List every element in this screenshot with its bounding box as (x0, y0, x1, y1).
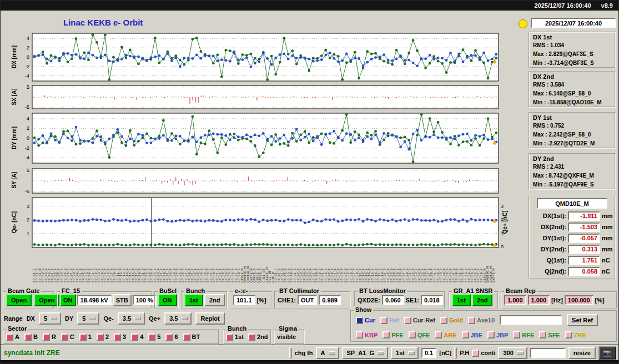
monitor-row-value: -0.057 (568, 234, 600, 243)
show-checkbox-pfe[interactable]: PFE (383, 331, 403, 338)
sector-select[interactable]: A (316, 347, 339, 359)
beam-rep-group: Beam Rep 1.000 1.000 [Hz] 100.000 [%] (501, 291, 617, 309)
sector-checkbox-r[interactable]: R (43, 333, 56, 341)
gr-a1-1st-button[interactable]: 1st (452, 294, 471, 306)
stat-max: Max : 2.829@QAF3E_S (533, 50, 615, 59)
monitor-row-unit: nC (602, 268, 612, 275)
sy-axis-label: SY [A] (11, 163, 17, 198)
bpm-name-axis: GUN_BSP_A1_CSP_A1_GSP_A1_MSP_A2_2SP_A3_4… (32, 250, 499, 283)
checkbox-label: BT (192, 333, 200, 340)
sector-checkbox-a[interactable]: A (6, 333, 19, 341)
fc15-group: FC_15 ON 18.498 kV STB 100 % (57, 291, 152, 309)
show-checkbox-rfe[interactable]: RFE (513, 331, 534, 338)
dy-orbit-plot: 420-2-4 (20, 113, 509, 164)
sector-checkbox-5[interactable]: 5 (148, 333, 160, 341)
set-ref-button[interactable]: Set Ref (567, 314, 598, 326)
checkbox-indicator (61, 333, 68, 341)
monitor-row-label: DX(1st): (543, 213, 566, 219)
monitor-row-unit: mm (602, 224, 612, 230)
checkbox-indicator (97, 333, 104, 341)
checkbox-label: SFE (548, 332, 560, 338)
show-checkbox-kbp[interactable]: KBP (356, 331, 378, 338)
ph-toggle[interactable]: P.H (460, 350, 469, 356)
show-checkbox-jbp[interactable]: JBP (487, 331, 508, 338)
camera-button[interactable]: 📷 (598, 346, 616, 360)
option-menu-icon (51, 317, 57, 320)
range-qep-select[interactable]: 3.5 (164, 312, 192, 325)
svg-text:1: 1 (27, 231, 29, 236)
bunch-1st-button[interactable]: 1st (184, 294, 203, 306)
show-checkbox-sfe[interactable]: SFE (539, 331, 560, 338)
threshold-value[interactable]: 0.1 (421, 348, 436, 358)
bunch-checkbox-2nd[interactable]: 2nd (248, 333, 268, 341)
group-label: Beam Rep (504, 287, 537, 294)
beam-gate-open-2-button[interactable]: Open (34, 294, 59, 306)
sector-checkbox-6[interactable]: 6 (165, 333, 178, 341)
fc15-on-button[interactable]: ON (60, 294, 76, 306)
show-checkbox-jbe[interactable]: JBE (462, 331, 482, 338)
conti-checkbox[interactable]: conti (472, 350, 495, 357)
show-checkbox-qfe[interactable]: QFE (409, 331, 430, 338)
checkbox-indicator (383, 331, 390, 338)
svg-text:5: 5 (27, 85, 29, 90)
gr-a1-2nd-button[interactable]: 2nd (472, 294, 493, 306)
bunch-select[interactable]: 1st (391, 347, 419, 359)
show-checkbox-ref[interactable]: Ref (380, 317, 399, 324)
range-dx-select[interactable]: 5 (39, 312, 61, 325)
busel-on-button[interactable]: ON (158, 294, 177, 306)
sector-checkbox-bt[interactable]: BT (183, 333, 200, 341)
checkbox-label: A (15, 333, 19, 340)
bunch-checkbox-1st[interactable]: 1st (226, 333, 244, 341)
checkbox-label: PFE (391, 332, 403, 338)
svg-text:0: 0 (501, 244, 504, 248)
beam-gate-open-1-button[interactable]: Open (6, 294, 32, 306)
range-row: Range DX 5 DY 5 Qe- 3.5 Qe+ 3.5 Replot (4, 312, 225, 325)
show-checkbox-cur[interactable]: Cur (356, 317, 375, 324)
stats-group-title: DY 2nd (533, 155, 615, 163)
toggle-handle-icon[interactable] (454, 347, 457, 358)
stat-max: Max : 6.140@SP_58_0 (533, 89, 615, 98)
beam-rep-pct-unit: [%] (595, 297, 605, 304)
ref-input[interactable] (500, 315, 562, 325)
show-checkbox-gold[interactable]: Gold (440, 317, 463, 324)
range-dy-label: DY (65, 315, 73, 322)
replot-button[interactable]: Replot (195, 312, 224, 325)
status-lamp-icon (519, 19, 527, 28)
monitor-row-label: DX(2nd): (541, 224, 566, 230)
sector-checkbox-3[interactable]: 3 (114, 333, 126, 341)
option-menu-icon (517, 351, 524, 355)
checkbox-indicator (565, 331, 572, 338)
bunch-2nd-button[interactable]: 2nd (204, 294, 225, 306)
show-checkbox-cur-ref[interactable]: Cur-Ref (404, 317, 435, 324)
show-checkbox-zre[interactable]: ZRE (565, 331, 586, 338)
show-checkbox-are[interactable]: ARE (435, 331, 456, 338)
sector-checkbox-c[interactable]: C (61, 333, 74, 341)
monitor-select[interactable]: SP_A1_G (342, 347, 389, 359)
count-input[interactable] (530, 348, 566, 358)
checkbox-label: conti (481, 350, 495, 356)
app-window: 2025/12/07 16:00:40 v8.9 Linac KEKB e- O… (0, 0, 619, 364)
range-qem-label: Qe- (103, 315, 113, 322)
range-qem-select[interactable]: 3.5 (118, 312, 145, 325)
sector-checkbox-1[interactable]: 1 (79, 333, 92, 341)
svg-text:2: 2 (27, 125, 29, 131)
resize-button[interactable]: resize (568, 347, 596, 359)
se1-label: SE1: (406, 297, 419, 304)
sector-checkbox-4[interactable]: 4 (131, 333, 143, 341)
toggle-handle-icon[interactable] (289, 347, 292, 358)
checkbox-label: Cur (365, 317, 375, 323)
fc15-stb-button[interactable]: STB (113, 294, 132, 306)
show-checkbox-ave10[interactable]: Ave10 (468, 317, 495, 324)
count-select[interactable]: 300 (498, 347, 527, 359)
group-label: Sigma (277, 325, 299, 332)
show-row-2: KBPPFEQFEAREJBEJBPRFESFEZRE (351, 326, 616, 338)
sigma-visible-toggle[interactable]: visible (277, 333, 296, 340)
bunch-filter-group: Bunch 1st2nd (223, 329, 271, 345)
range-dy-select[interactable]: 5 (77, 312, 99, 325)
sector-checkbox-2[interactable]: 2 (97, 333, 109, 341)
bottom-strip (1, 360, 618, 364)
stats-group-dy-1st: DY 1st RMS : 0.752 Max : 2.242@SP_58_0 M… (529, 112, 616, 149)
collimator-value: 0.989 (319, 295, 341, 305)
group-label: GR_A1 SNSR (452, 287, 494, 294)
sector-checkbox-b[interactable]: B (24, 333, 38, 341)
